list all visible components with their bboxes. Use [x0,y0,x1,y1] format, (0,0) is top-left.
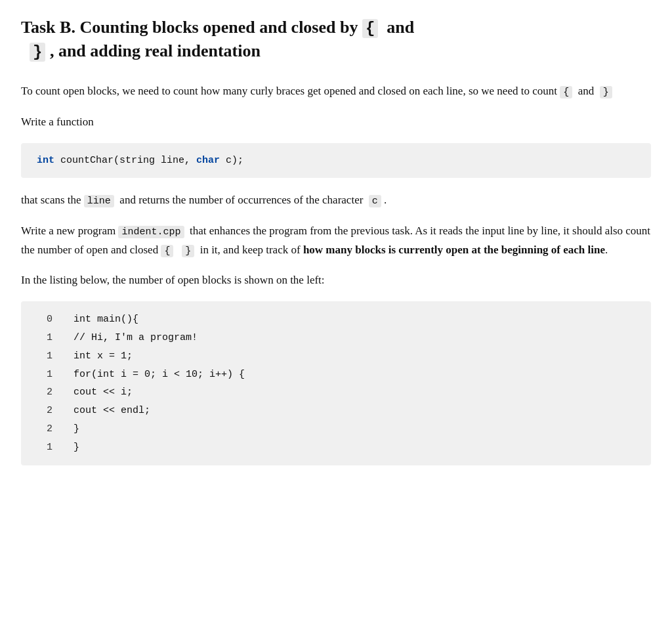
inline-indent-cpp: indent.cpp [118,226,184,238]
listing-num-4: 2 [42,383,52,402]
listing-code-6: } [74,420,79,438]
listing-code-0: int main(){ [74,310,138,329]
paragraph-1: To count open blocks, we need to count h… [21,82,651,101]
inline-line: line [84,195,114,207]
listing-num-2: 1 [42,347,52,366]
listing-code-2: int x = 1; [74,347,133,366]
bold-text: how many blocks is currently open at the… [303,244,605,256]
listing-row-0: 0 int main(){ [42,310,630,329]
inline-c: c [369,195,381,207]
listing-row-3: 1 for(int i = 0; i < 10; i++) { [42,366,630,384]
listing-row-5: 2 cout << endl; [42,402,630,420]
listing-code-4: cout << i; [74,383,133,402]
page-title: Task B. Counting blocks opened and close… [21,16,651,64]
listing-row-1: 1 // Hi, I'm a program! [42,329,630,347]
paragraph-4: Write a new program indent.cpp that enha… [21,222,651,260]
inline-open-brace: { [560,86,572,98]
listing-code-3: for(int i = 0; i < 10; i++) { [74,366,245,384]
paragraph-5: In the listing below, the number of open… [21,271,651,289]
inline-close-brace: } [600,86,612,98]
paragraph-3: that scans the line and returns the numb… [21,191,651,210]
inline-open-brace-2: { [161,245,173,257]
listing-row-4: 2 cout << i; [42,383,630,402]
listing-num-0: 0 [42,310,52,329]
listing-num-7: 1 [42,438,52,457]
listing-row-6: 2 } [42,420,630,438]
inline-close-brace-2: } [182,245,194,257]
listing-num-6: 2 [42,420,52,438]
listing-num-3: 1 [42,366,52,384]
paragraph-2: Write a function [21,113,651,131]
listing-num-1: 1 [42,329,52,347]
listing-code-7: } [74,438,79,457]
listing-row-7: 1 } [42,438,630,457]
code-listing: 0 int main(){ 1 // Hi, I'm a program! 1 … [21,301,651,465]
listing-row-2: 1 int x = 1; [42,347,630,366]
listing-code-5: cout << endl; [74,402,150,420]
listing-num-5: 2 [42,402,52,420]
title-code-close-brace: } [30,43,45,62]
code-block-countchar: int countChar(string line, char c); [21,143,651,179]
title-code-open-brace: { [362,19,378,38]
listing-code-1: // Hi, I'm a program! [74,329,198,347]
